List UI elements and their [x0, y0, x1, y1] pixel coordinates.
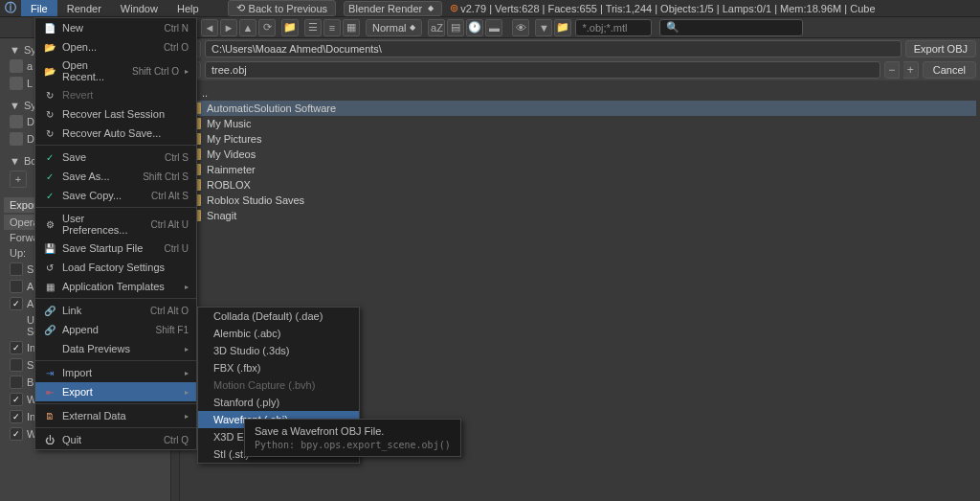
animation-checkbox[interactable]	[10, 280, 23, 293]
sort-time-button[interactable]: 🕐	[466, 19, 483, 36]
folder-item[interactable]: Snagit	[184, 208, 976, 223]
filter-folder-button[interactable]: 📁	[554, 19, 571, 36]
selection-only-checkbox[interactable]	[10, 262, 23, 276]
menu-item-icon: 📂	[43, 64, 56, 78]
tooltip: Save a Wavefront OBJ File. Python: bpy.o…	[244, 419, 461, 457]
export-obj-button[interactable]: Export OBJ	[905, 40, 976, 57]
sort-alpha-button[interactable]: aZ	[428, 19, 445, 36]
new-folder-button[interactable]: 📁	[281, 19, 299, 36]
export-option-checkbox[interactable]	[10, 341, 23, 354]
export-option-checkbox[interactable]	[10, 427, 23, 441]
export-option-checkbox[interactable]	[10, 410, 23, 423]
menu-item-icon: ↺	[43, 261, 56, 274]
file-menu-save-as-[interactable]: ✓ Save As... Shift Ctrl S	[35, 167, 196, 186]
increment-button[interactable]: +	[903, 61, 919, 79]
decrement-button[interactable]: −	[884, 61, 900, 79]
drive-icon	[10, 77, 23, 90]
parent-dir-item[interactable]: ↰..	[184, 84, 976, 101]
folder-item[interactable]: My Pictures	[184, 131, 976, 147]
filename-input[interactable]: tree.obj	[205, 61, 880, 79]
filter-ext-field[interactable]: *.obj;*.mtl	[575, 19, 652, 36]
search-icon: 🔍	[666, 21, 679, 34]
menu-item-icon: 🔗	[43, 304, 56, 317]
view-thumbnail-button[interactable]: ▦	[343, 19, 360, 36]
path-input[interactable]: C:\Users\Moaaz Ahmed\Documents\	[205, 40, 902, 57]
cancel-button[interactable]: Cancel	[923, 61, 976, 79]
file-menu-new[interactable]: 📄 New Ctrl N	[35, 18, 196, 37]
submenu-arrow-icon: ▸	[185, 369, 189, 377]
menu-item-icon: ↻	[43, 126, 56, 140]
file-menu-open-[interactable]: 📂 Open... Ctrl O	[35, 37, 196, 57]
file-menu-external-data[interactable]: 🗎 External Data ▸	[35, 406, 196, 425]
export-collada-default-dae-[interactable]: Collada (Default) (.dae)	[198, 307, 359, 325]
menu-item-icon: ⇤	[43, 385, 56, 399]
modifiers-checkbox[interactable]	[10, 297, 23, 310]
export-fbx-fbx-[interactable]: FBX (.fbx)	[198, 359, 359, 376]
file-menu-save-copy-[interactable]: ✓ Save Copy... Ctrl Alt S	[35, 186, 196, 205]
display-mode-select[interactable]: Normal ◆	[366, 19, 422, 36]
file-menu-data-previews[interactable]: Data Previews ▸	[35, 339, 196, 358]
folder-icon	[10, 132, 23, 146]
export-option-checkbox[interactable]	[10, 376, 23, 389]
export--d-studio-ds-[interactable]: 3D Studio (.3ds)	[198, 342, 359, 359]
back-to-previous-button[interactable]: ⟲ Back to Previous	[228, 0, 337, 16]
folder-item[interactable]: Rainmeter	[184, 162, 976, 177]
file-menu-recover-auto-save-[interactable]: ↻ Recover Auto Save...	[35, 124, 196, 143]
file-menu-application-templates[interactable]: ▦ Application Templates ▸	[35, 277, 196, 296]
info-icon[interactable]: ⓘ	[0, 1, 21, 16]
add-bookmark-button[interactable]: +	[10, 171, 27, 188]
view-list-long-button[interactable]: ≡	[323, 19, 341, 36]
search-field[interactable]: 🔍	[659, 19, 803, 36]
stats-readout: ⊚ v2.79 | Verts:628 | Faces:655 | Tris:1…	[450, 2, 875, 14]
file-menu-quit[interactable]: ⏻ Quit Ctrl Q	[35, 430, 196, 449]
folder-item[interactable]: ROBLOX	[184, 177, 976, 193]
menu-window[interactable]: Window	[111, 0, 167, 16]
sort-size-button[interactable]: ▬	[485, 19, 502, 36]
file-menu-revert[interactable]: ↻ Revert	[35, 85, 196, 104]
submenu-arrow-icon: ▸	[185, 388, 189, 397]
file-menu-save[interactable]: ✓ Save Ctrl S	[35, 148, 196, 167]
drive-icon	[10, 59, 23, 73]
file-menu-append[interactable]: 🔗 Append Shift F1	[35, 320, 196, 339]
file-menu-link[interactable]: 🔗 Link Ctrl Alt O	[35, 301, 196, 320]
menu-item-icon: ↻	[43, 107, 56, 121]
submenu-arrow-icon: ▸	[185, 67, 189, 76]
menu-item-icon: ✓	[43, 170, 56, 183]
folder-item[interactable]: AutomaticSolution Software	[184, 101, 976, 116]
menu-item-icon: ⏻	[43, 433, 56, 446]
export-option-checkbox[interactable]	[10, 393, 23, 406]
file-menu-import[interactable]: ⇥ Import ▸	[35, 363, 196, 382]
export-option-checkbox[interactable]	[10, 358, 23, 372]
file-menu-save-startup-file[interactable]: 💾 Save Startup File Ctrl U	[35, 239, 196, 258]
menu-help[interactable]: Help	[167, 0, 209, 16]
menu-item-icon: 📄	[43, 21, 56, 34]
menu-render[interactable]: Render	[57, 0, 111, 16]
file-menu-user-preferences-[interactable]: ⚙ User Preferences... Ctrl Alt U	[35, 210, 196, 239]
topbar: ⓘ File Render Window Help ⟲ Back to Prev…	[0, 0, 980, 17]
menu-item-icon: 🗎	[43, 409, 56, 422]
render-engine-select[interactable]: Blender Render ◆	[344, 1, 442, 16]
file-menu-recover-last-session[interactable]: ↻ Recover Last Session	[35, 104, 196, 124]
export-stanford-ply-[interactable]: Stanford (.ply)	[198, 394, 359, 411]
file-menu-load-factory-settings[interactable]: ↺ Load Factory Settings	[35, 258, 196, 277]
sort-ext-button[interactable]: ▤	[447, 19, 464, 36]
file-menu-open-recent-[interactable]: 📂 Open Recent... Shift Ctrl O ▸	[35, 57, 196, 85]
view-list-short-button[interactable]: ☰	[304, 19, 322, 36]
nav-back-button[interactable]: ◄	[201, 19, 218, 36]
file-menu-export[interactable]: ⇤ Export ▸	[35, 382, 196, 401]
menu-item-icon	[43, 342, 56, 355]
filter-button[interactable]: ▼	[535, 19, 552, 36]
menu-file[interactable]: File	[21, 0, 57, 16]
submenu-arrow-icon: ▸	[185, 345, 189, 353]
nav-refresh-button[interactable]: ⟳	[258, 19, 276, 36]
menu-item-icon: ⚙	[43, 217, 56, 231]
nav-up-button[interactable]: ▲	[239, 19, 256, 36]
folder-item[interactable]: Roblox Studio Saves	[184, 193, 976, 208]
blender-logo-icon: ⊚	[450, 2, 458, 14]
folder-item[interactable]: My Videos	[184, 147, 976, 162]
show-hidden-button[interactable]: 👁	[512, 19, 529, 36]
folder-item[interactable]: My Music	[184, 116, 976, 131]
export-alembic-abc-[interactable]: Alembic (.abc)	[198, 325, 359, 342]
menu-item-icon: ▦	[43, 280, 56, 293]
nav-forward-button[interactable]: ►	[220, 19, 237, 36]
